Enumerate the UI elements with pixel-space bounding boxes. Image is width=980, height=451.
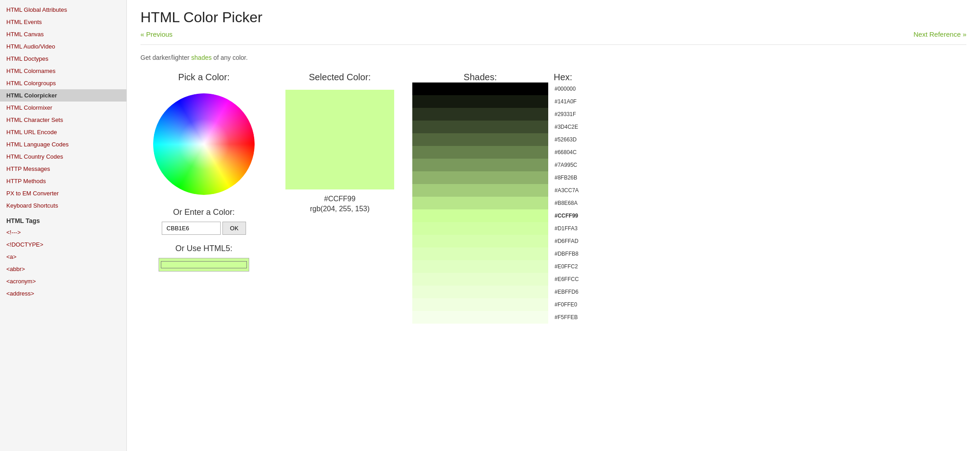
color-text-input[interactable]	[162, 222, 221, 235]
hex-item[interactable]: #3D4C2E	[553, 121, 579, 133]
hex-item[interactable]: #7A995C	[553, 159, 579, 171]
sidebar-item[interactable]: HTML Audio/Video	[0, 40, 126, 53]
shade-row[interactable]	[412, 311, 548, 324]
sidebar-item[interactable]: HTTP Methods	[0, 175, 126, 187]
color-wheel[interactable]	[150, 90, 258, 199]
sidebar-item[interactable]: HTML Colorgroups	[0, 77, 126, 89]
shade-row[interactable]	[412, 286, 548, 298]
hex-item[interactable]: #CCFF99	[553, 209, 579, 222]
shade-row[interactable]	[412, 171, 548, 184]
pick-color-label: Pick a Color:	[178, 72, 229, 82]
shade-row[interactable]	[412, 95, 548, 108]
hex-item[interactable]: #E6FFCC	[553, 273, 579, 286]
sidebar-item[interactable]: <abbr>	[0, 263, 126, 275]
sidebar-item[interactable]: HTML URL Encode	[0, 126, 126, 138]
hex-item[interactable]: #A3CC7A	[553, 184, 579, 197]
html5-label: Or Use HTML5:	[175, 244, 232, 253]
shade-row[interactable]	[412, 222, 548, 235]
hex-item[interactable]: #29331F	[553, 108, 579, 121]
page-title: HTML Color Picker	[140, 9, 966, 26]
shade-row[interactable]	[412, 159, 548, 171]
color-wheel-canvas[interactable]	[150, 90, 258, 199]
sidebar-html-tags-title: HTML Tags	[0, 212, 126, 226]
shade-row[interactable]	[412, 260, 548, 273]
hex-item[interactable]: #F5FFEB	[553, 311, 579, 324]
sidebar: HTML Global AttributesHTML EventsHTML Ca…	[0, 0, 127, 451]
shades-label: Shades:	[463, 72, 497, 82]
hex-column: Hex: #000000#141A0F#29331F#3D4C2E#52663D…	[553, 72, 579, 324]
picker-right: Shades: Hex: #000000#141A0F#29331F#3D4C2…	[412, 72, 579, 324]
next-link[interactable]: Next Reference »	[913, 30, 966, 38]
selected-color-label: Selected Color:	[309, 72, 371, 82]
hex-item[interactable]: #EBFFD6	[553, 286, 579, 298]
hex-item[interactable]: #DBFFB8	[553, 247, 579, 260]
shade-row[interactable]	[412, 298, 548, 311]
shade-row[interactable]	[412, 273, 548, 286]
hex-item[interactable]: #52663D	[553, 133, 579, 146]
sidebar-item[interactable]: HTML Colormixer	[0, 102, 126, 114]
sidebar-item[interactable]: <acronym>	[0, 275, 126, 287]
shade-row[interactable]	[412, 184, 548, 197]
hex-item[interactable]: #D6FFAD	[553, 235, 579, 247]
hex-item[interactable]: #F0FFE0	[553, 298, 579, 311]
hex-item[interactable]: #8FB26B	[553, 171, 579, 184]
shade-row[interactable]	[412, 82, 548, 95]
shade-row[interactable]	[412, 146, 548, 159]
hex-item[interactable]: #E0FFC2	[553, 260, 579, 273]
selected-color-box[interactable]	[285, 90, 394, 189]
hex-item[interactable]: #66804C	[553, 146, 579, 159]
sidebar-item[interactable]: HTML Canvas	[0, 28, 126, 40]
shade-strip[interactable]	[412, 82, 548, 324]
sidebar-item[interactable]: HTML Colorpicker	[0, 89, 126, 102]
color-input-row: OK	[162, 222, 246, 235]
description: Get darker/lighter shades of any color.	[140, 54, 966, 61]
sidebar-item[interactable]: PX to EM Converter	[0, 187, 126, 199]
sidebar-item[interactable]: HTML Doctypes	[0, 53, 126, 65]
hex-list: #000000#141A0F#29331F#3D4C2E#52663D#6680…	[553, 82, 579, 324]
sidebar-item[interactable]: HTTP Messages	[0, 163, 126, 175]
shade-row[interactable]	[412, 121, 548, 133]
sidebar-item[interactable]: <!--->	[0, 226, 126, 238]
shade-row[interactable]	[412, 197, 548, 209]
shade-row[interactable]	[412, 247, 548, 260]
ok-button[interactable]: OK	[222, 222, 246, 235]
hex-col-label: Hex:	[554, 72, 572, 82]
prev-link[interactable]: « Previous	[140, 30, 173, 38]
shade-row[interactable]	[412, 108, 548, 121]
nav-links: « Previous Next Reference »	[140, 30, 966, 45]
sidebar-item[interactable]: <!DOCTYPE>	[0, 238, 126, 251]
hex-item[interactable]: #B8E68A	[553, 197, 579, 209]
shades-column: Shades:	[412, 72, 548, 324]
sidebar-item[interactable]: HTML Country Codes	[0, 150, 126, 163]
enter-color-label: Or Enter a Color:	[173, 208, 235, 217]
sidebar-item[interactable]: HTML Character Sets	[0, 114, 126, 126]
picker-layout: Pick a Color: Or Enter a Color: OK Or Us…	[140, 72, 966, 324]
shade-row[interactable]	[412, 209, 548, 222]
picker-left: Pick a Color: Or Enter a Color: OK Or Us…	[140, 72, 267, 272]
sidebar-item[interactable]: Keyboard Shortcuts	[0, 199, 126, 212]
main-content: HTML Color Picker « Previous Next Refere…	[127, 0, 980, 451]
shade-row[interactable]	[412, 235, 548, 247]
shade-row[interactable]	[412, 133, 548, 146]
hex-value: #CCFF99	[324, 195, 355, 203]
picker-middle: Selected Color: #CCFF99 rgb(204, 255, 15…	[285, 72, 394, 213]
html5-color-input[interactable]	[159, 258, 249, 272]
sidebar-item[interactable]: HTML Language Codes	[0, 138, 126, 150]
hex-item[interactable]: #D1FFA3	[553, 222, 579, 235]
sidebar-item[interactable]: HTML Events	[0, 16, 126, 28]
rgb-value: rgb(204, 255, 153)	[310, 205, 370, 213]
hex-item[interactable]: #000000	[553, 82, 579, 95]
sidebar-item[interactable]: HTML Global Attributes	[0, 4, 126, 16]
sidebar-item[interactable]: <address>	[0, 287, 126, 300]
sidebar-item[interactable]: HTML Colornames	[0, 65, 126, 77]
hex-item[interactable]: #141A0F	[553, 95, 579, 108]
sidebar-item[interactable]: <a>	[0, 251, 126, 263]
